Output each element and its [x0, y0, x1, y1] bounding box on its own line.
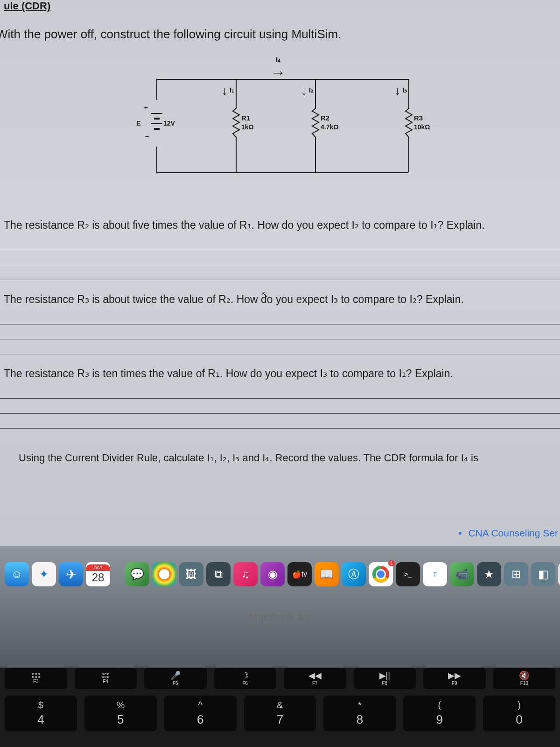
dock-podcast-icon[interactable]: ◉	[260, 562, 285, 586]
forward-icon: ▶▶	[448, 671, 461, 680]
dock-photos-icon[interactable]	[152, 562, 176, 586]
dnd-icon: ☽	[241, 671, 249, 680]
question-2: The resistance R₃ is about twice the val…	[0, 293, 560, 306]
dock-textedit-icon[interactable]: T	[423, 562, 447, 586]
dock-imovie-icon[interactable]: ★	[477, 562, 501, 586]
key-f4[interactable]: F4	[75, 668, 137, 689]
current-arrow-i2: I₂	[301, 84, 314, 98]
key-7[interactable]: & 7	[244, 696, 316, 731]
key-8[interactable]: * 8	[323, 696, 396, 731]
current-arrow-i4: I₄	[271, 56, 286, 81]
physical-keyboard: F3 F4 🎤 F5 ☽ F6 ◀◀ F7 ▶|| F8 ▶▶ F9	[0, 668, 560, 747]
mission-control-icon	[32, 673, 40, 678]
dock-mail-icon[interactable]: ✈	[59, 562, 83, 586]
voltage-source: E + − 12V	[149, 100, 163, 147]
dock-screenshot-icon[interactable]: ⧉	[206, 562, 231, 586]
mute-icon: 🔇	[519, 671, 529, 680]
dock-calendar-icon[interactable]: OCT 28	[86, 562, 110, 586]
dock-spacer	[113, 562, 122, 586]
key-4[interactable]: $ 4	[5, 696, 77, 731]
lab-document: ule (CDR) With the power off, construct …	[0, 0, 560, 546]
question-4: Using the Current Divider Rule, calculat…	[0, 452, 560, 464]
dock-music-icon[interactable]: ♫	[233, 562, 258, 586]
question-1: The resistance R₂ is about five times th…	[0, 219, 560, 232]
dock-books-icon[interactable]: 📖	[315, 562, 339, 586]
dock-safari-icon[interactable]: ✦	[32, 562, 56, 586]
key-f6[interactable]: ☽ F6	[214, 668, 277, 689]
dock-trash-icon[interactable]: 🗑	[558, 562, 560, 586]
current-arrow-i3: I₃	[394, 84, 407, 98]
dock-misc-icon[interactable]: ⊞	[504, 562, 528, 586]
rewind-icon: ◀◀	[308, 671, 322, 680]
dock-messages-icon[interactable]: 💬	[125, 562, 149, 586]
dock-misc2-icon[interactable]: ◧	[531, 562, 555, 586]
notification-banner[interactable]: CNA Counseling Ser	[458, 528, 560, 539]
key-5[interactable]: % 5	[84, 696, 157, 731]
macbook-model-label: MacBook Air	[0, 612, 560, 624]
circuit-diagram: I₄ I₁ I₂ I₃ E + − 12V R1 1kΩ R2 4.7kΩ	[131, 60, 429, 200]
key-f3[interactable]: F3	[5, 668, 67, 689]
key-f9[interactable]: ▶▶ F9	[423, 668, 486, 689]
section-heading: ule (CDR)	[0, 0, 560, 13]
key-f8[interactable]: ▶|| F8	[354, 668, 416, 689]
current-arrow-i1: I₁	[222, 84, 234, 98]
instruction-text: With the power off, construct the follow…	[0, 13, 560, 46]
resistor-r3: R3 10kΩ	[408, 105, 409, 142]
key-9[interactable]: ( 9	[403, 696, 476, 731]
answer-lines-3[interactable]	[0, 384, 560, 429]
question-3: The resistance R₃ is ten times the value…	[0, 367, 560, 380]
answer-lines-1[interactable]	[0, 235, 560, 280]
key-f10[interactable]: 🔇 F10	[493, 668, 556, 689]
dock-chrome-icon[interactable]: 1	[369, 562, 393, 586]
key-0[interactable]: ) 0	[483, 696, 555, 731]
dock-appstore-icon[interactable]: Ⓐ	[342, 562, 366, 586]
resistor-r1: R1 1kΩ	[236, 105, 237, 142]
dock-preview-icon[interactable]: 🖼	[179, 562, 203, 586]
key-f7[interactable]: ◀◀ F7	[284, 668, 346, 689]
dictation-icon: 🎤	[170, 671, 181, 680]
dock-finder-icon[interactable]: ☺	[5, 562, 29, 586]
resistor-r2: R2 4.7kΩ	[315, 105, 316, 142]
spotlight-icon	[102, 673, 109, 678]
key-6[interactable]: ^ 6	[164, 696, 237, 731]
dock-facetime-icon[interactable]: 📹	[450, 562, 474, 586]
macos-dock: ☺ ✦ ✈ OCT 28 💬 🖼 ⧉ ♫ ◉ 🍎tv 📖 Ⓐ 1 >_ T 📹 …	[0, 556, 560, 593]
play-pause-icon: ▶||	[379, 671, 390, 680]
key-f5[interactable]: 🎤 F5	[144, 668, 207, 689]
dock-tv-icon[interactable]: 🍎tv	[287, 562, 312, 586]
answer-lines-2[interactable]	[0, 310, 560, 354]
cursor-icon: ↖	[261, 289, 268, 300]
dock-terminal-icon[interactable]: >_	[396, 562, 420, 586]
